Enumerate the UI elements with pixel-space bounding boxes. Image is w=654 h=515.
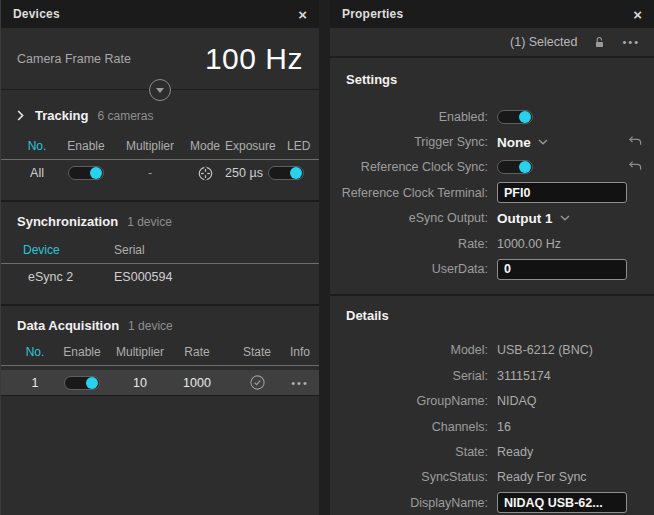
camera-mode-icon[interactable]: [185, 165, 225, 182]
tracking-row-all[interactable]: All - 250 µs: [1, 160, 319, 186]
chevron-down-icon[interactable]: [538, 139, 548, 145]
row-menu-icon[interactable]: •••: [289, 377, 311, 389]
col-serial: Serial: [114, 243, 309, 257]
synchronization-section-heading: Synchronization 1 device: [1, 214, 319, 229]
tracking-exposure-value[interactable]: 250 µs: [225, 166, 263, 180]
col-device: Device: [23, 243, 114, 257]
reference-clock-terminal-input[interactable]: [497, 182, 627, 203]
enabled-label: Enabled:: [330, 110, 488, 124]
da-enable-toggle[interactable]: [53, 376, 111, 390]
tracking-section-heading[interactable]: Tracking 6 cameras: [1, 108, 319, 123]
synchronization-count: 1 device: [127, 215, 172, 229]
channels-control: 16: [497, 420, 640, 434]
tracking-enable-toggle[interactable]: [57, 166, 115, 180]
trigger-sync-dropdown-value[interactable]: None: [497, 135, 531, 150]
da-row-1[interactable]: 1 10 1000 •••: [1, 370, 319, 396]
col-multiplier: Multiplier: [111, 345, 169, 359]
reference-clock-sync-revert-icon[interactable]: [628, 160, 642, 172]
groupname-label: GroupName:: [330, 394, 488, 408]
properties-panel-title: Properties: [342, 7, 403, 21]
details-row-displayname: DisplayName:: [330, 490, 654, 515]
col-exposure: Exposure: [225, 139, 276, 153]
sync-table-header: Device Serial: [1, 243, 319, 264]
settings-row-enabled: Enabled:: [330, 104, 654, 129]
properties-titlebar[interactable]: Properties ×: [330, 0, 654, 28]
userdata-control: [497, 259, 640, 280]
camera-frame-rate-label: Camera Frame Rate: [17, 52, 131, 66]
sync-device-serial: ES000594: [114, 270, 309, 284]
da-rate-value[interactable]: 1000: [169, 376, 225, 390]
displayname-control: [497, 492, 640, 513]
devices-panel-title: Devices: [13, 7, 60, 21]
rate-control: 1000.00 Hz: [497, 237, 640, 251]
tracking-count: 6 cameras: [97, 109, 153, 123]
syncstatus-label: SyncStatus:: [330, 470, 488, 484]
model-value: USB-6212 (BNC): [497, 343, 593, 357]
col-enable: Enable: [53, 345, 111, 359]
sync-row-esync2[interactable]: eSync 2 ES000594: [1, 264, 319, 290]
section-divider: [330, 294, 654, 296]
esync-output-label: eSync Output:: [330, 211, 488, 225]
col-rate: Rate: [169, 345, 225, 359]
unlock-icon[interactable]: [593, 36, 606, 49]
displayname-input[interactable]: [497, 492, 627, 513]
tracking-multiplier-value: -: [115, 166, 185, 180]
col-mode: Mode: [185, 139, 225, 153]
details-row-model: Model:USB-6212 (BNC): [330, 338, 654, 363]
enabled-toggle[interactable]: [497, 110, 533, 124]
esync-output-dropdown-value[interactable]: Output 1: [497, 211, 553, 226]
userdata-input[interactable]: [497, 259, 627, 280]
tracking-table-header: No. Enable Multiplier Mode Exposure LED: [1, 139, 319, 160]
rate-label: Rate:: [330, 237, 488, 251]
data-acquisition-section-heading: Data Acquisition 1 device: [1, 318, 319, 333]
settings-row-rate: Rate:1000.00 Hz: [330, 231, 654, 256]
syncstatus-value: Ready For Sync: [497, 470, 587, 484]
details-heading: Details: [330, 308, 654, 326]
details-rows: Model:USB-6212 (BNC)Serial:31115174Group…: [330, 338, 654, 515]
esync-output-control: Output 1: [497, 211, 640, 226]
trigger-sync-label: Trigger Sync:: [330, 135, 488, 149]
reference-clock-sync-toggle[interactable]: [497, 160, 533, 174]
synchronization-title: Synchronization: [17, 214, 118, 229]
settings-heading: Settings: [330, 72, 654, 90]
groupname-control: NIDAQ: [497, 394, 640, 408]
triangle-down-icon: [156, 88, 164, 93]
details-row-syncstatus: SyncStatus:Ready For Sync: [330, 465, 654, 490]
col-no: No.: [17, 139, 57, 153]
sync-device-name: eSync 2: [23, 270, 114, 284]
section-divider: [1, 304, 319, 306]
da-multiplier-value[interactable]: 10: [111, 376, 169, 390]
displayname-label: DisplayName:: [330, 496, 488, 510]
col-info: Info: [289, 345, 311, 359]
devices-titlebar[interactable]: Devices ×: [1, 0, 319, 28]
tracking-led-toggle[interactable]: [263, 166, 309, 180]
col-no: No.: [17, 345, 53, 359]
serial-label: Serial:: [330, 369, 488, 383]
syncstatus-control: Ready For Sync: [497, 470, 640, 484]
userdata-label: UserData:: [330, 262, 488, 276]
expand-frame-rate-button[interactable]: [149, 79, 171, 101]
state-value: Ready: [497, 445, 533, 459]
details-row-state: State:Ready: [330, 439, 654, 464]
settings-row-reference-clock-terminal: Reference Clock Terminal:: [330, 180, 654, 205]
camera-frame-rate-value[interactable]: 100 Hz: [205, 42, 303, 76]
menu-icon[interactable]: •••: [622, 36, 640, 48]
reference-clock-sync-control: [497, 160, 640, 174]
state-label: State:: [330, 445, 488, 459]
section-divider: [1, 200, 319, 202]
chevron-down-icon[interactable]: [560, 215, 570, 221]
settings-row-esync-output: eSync Output:Output 1: [330, 206, 654, 231]
settings-row-trigger-sync: Trigger Sync:None: [330, 129, 654, 154]
close-icon[interactable]: ×: [298, 7, 307, 22]
reference-clock-sync-label: Reference Clock Sync:: [330, 160, 488, 174]
channels-value: 16: [497, 420, 511, 434]
col-led: LED: [276, 139, 322, 153]
settings-row-reference-clock-sync: Reference Clock Sync:: [330, 155, 654, 180]
col-state: State: [225, 345, 289, 359]
model-label: Model:: [330, 343, 488, 357]
col-enable: Enable: [57, 139, 115, 153]
close-icon[interactable]: ×: [633, 7, 642, 22]
properties-panel: Properties × (1) Selected ••• Settings E…: [330, 0, 654, 515]
trigger-sync-revert-icon[interactable]: [628, 135, 642, 147]
chevron-right-icon[interactable]: [17, 110, 24, 121]
